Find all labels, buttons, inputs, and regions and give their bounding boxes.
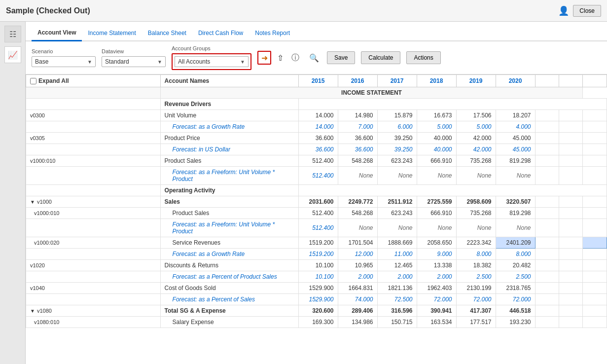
row-code: v1020	[26, 260, 161, 271]
row-code	[26, 144, 161, 155]
table-row: v1000:010Product Sales512.400548.268623.…	[26, 155, 607, 167]
cell-5: 72.000	[496, 294, 535, 305]
cell-2: 12.465	[377, 260, 417, 271]
tab-direct-cash-flow[interactable]: Direct Cash Flow	[192, 26, 249, 41]
cell-3: 666.910	[417, 155, 456, 167]
scenario-label: Scenario	[32, 48, 96, 54]
cell-0: 1519.200	[298, 249, 338, 260]
cell-0: 2031.600	[298, 196, 338, 208]
tab-balance-sheet[interactable]: Balance Sheet	[142, 26, 192, 41]
row-code: ▼v1000	[26, 196, 161, 208]
cell-0: 10.100	[298, 271, 338, 283]
actions-button[interactable]: Actions	[406, 51, 440, 64]
cell-5: 45.000	[496, 133, 535, 144]
row-name: Forecast: as a Freeform: Unit Volume * P…	[160, 219, 298, 237]
row-name: INCOME STATEMENT	[160, 87, 583, 99]
cell-1: 10.965	[338, 260, 377, 271]
cell-5: 18.207	[496, 110, 535, 121]
go-arrow-button[interactable]: ➜	[257, 51, 271, 65]
cell-0: 169.300	[298, 317, 338, 328]
col-account-names: Account Names	[160, 75, 298, 87]
row-code	[26, 87, 161, 99]
row-name: Salary Expense	[160, 317, 298, 328]
table-row: Forecast: as a Freeform: Unit Volume * P…	[26, 219, 607, 237]
close-button[interactable]: Close	[573, 5, 601, 17]
col-2020: 2020	[496, 75, 535, 87]
dataview-select[interactable]: Standard ▼	[102, 56, 166, 67]
col-2019: 2019	[456, 75, 496, 87]
cell-2: 6.000	[377, 121, 417, 133]
calculate-button[interactable]: Calculate	[361, 51, 400, 64]
cell-0: 320.600	[298, 305, 338, 317]
table-row: v1000:020Service Revenues1519.2001701.50…	[26, 237, 607, 249]
top-header: Sample (Checked Out) 👤 Close	[0, 0, 607, 22]
table-row: ▼v1000Sales2031.6002249.7722511.9122725.…	[26, 196, 607, 208]
account-groups-select[interactable]: All Accounts ▼	[175, 56, 249, 67]
cell-2: 11.000	[377, 249, 417, 260]
tab-income-statement[interactable]: Income Statement	[82, 26, 142, 41]
account-groups-box: All Accounts ▼	[172, 53, 251, 70]
col-2016: 2016	[338, 75, 377, 87]
cell-4: 735.268	[456, 155, 496, 167]
table-row: Forecast: as a Growth Rate1519.20012.000…	[26, 249, 607, 260]
row-code	[26, 219, 161, 237]
cell-0: 1519.200	[298, 237, 338, 249]
expand-all-checkbox[interactable]	[30, 78, 36, 84]
sidebar-grid-icon[interactable]: ☷	[4, 26, 21, 42]
cell-0: 1529.900	[298, 294, 338, 305]
cell-2: 39.250	[377, 133, 417, 144]
cell-4: 42.000	[456, 144, 496, 155]
col-expand[interactable]: Expand All	[26, 75, 161, 87]
cell-4: 5.000	[456, 121, 496, 133]
user-icon[interactable]: 👤	[558, 5, 569, 16]
cell-2: None	[377, 219, 417, 237]
cell-3: 40.000	[417, 133, 456, 144]
cell-3: None	[417, 219, 456, 237]
search-icon[interactable]: 🔍	[307, 51, 321, 65]
row-name: Forecast: as a Percent of Sales	[160, 294, 298, 305]
scenario-select[interactable]: Base ▼	[32, 56, 96, 67]
table-row: Forecast: as a Percent of Product Sales1…	[26, 271, 607, 283]
sidebar-chart-icon[interactable]: 📈	[4, 46, 21, 63]
save-button[interactable]: Save	[327, 51, 355, 64]
cursor-icon: ⇧	[277, 53, 284, 63]
tab-notes-report[interactable]: Notes Report	[249, 26, 296, 41]
cell-4: 8.000	[456, 249, 496, 260]
cell-3: 2.000	[417, 271, 456, 283]
cell-1: 12.000	[338, 249, 377, 260]
cell-4: 177.517	[456, 317, 496, 328]
row-name: Operating Activity	[160, 185, 298, 196]
row-code: v1000:010	[26, 208, 161, 219]
row-name: Product Sales	[160, 208, 298, 219]
row-name: Revenue Drivers	[160, 99, 298, 110]
cell-0: 512.400	[298, 167, 338, 185]
table-container[interactable]: Expand All Account Names 2015 2016 2017 …	[26, 74, 607, 364]
table-row: ▼v1080Total SG & A Expense320.600289.406…	[26, 305, 607, 317]
cell-3: 40.000	[417, 144, 456, 155]
table-body: INCOME STATEMENTRevenue Driversv0300Unit…	[26, 87, 607, 328]
cell-4: None	[456, 219, 496, 237]
row-name: Total SG & A Expense	[160, 305, 298, 317]
cell-0: 14.000	[298, 110, 338, 121]
row-name: Cost of Goods Sold	[160, 283, 298, 294]
info-icon[interactable]: ⓘ	[289, 51, 301, 65]
row-name: Forecast: as a Percent of Product Sales	[160, 271, 298, 283]
col-2015: 2015	[298, 75, 338, 87]
cell-3: 5.000	[417, 121, 456, 133]
table-row: Forecast: in US Dollar36.60036.60039.250…	[26, 144, 607, 155]
collapse-icon[interactable]: ▼	[30, 308, 35, 314]
cell-4: 42.000	[456, 133, 496, 144]
dataview-group: Dataview Standard ▼	[102, 48, 166, 67]
cell-2: 72.500	[377, 294, 417, 305]
collapse-icon[interactable]: ▼	[30, 199, 35, 205]
cell-0: 512.400	[298, 155, 338, 167]
expand-all-label: Expand All	[38, 77, 69, 84]
cell-2: 2.000	[377, 271, 417, 283]
cell-3: None	[417, 167, 456, 185]
cell-1: 74.000	[338, 294, 377, 305]
table-row: v0300Unit Volume14.00014.98015.87916.673…	[26, 110, 607, 121]
tab-account-view[interactable]: Account View	[32, 25, 82, 41]
row-code: ▼v1080	[26, 305, 161, 317]
cell-2: 316.596	[377, 305, 417, 317]
row-code	[26, 99, 161, 110]
